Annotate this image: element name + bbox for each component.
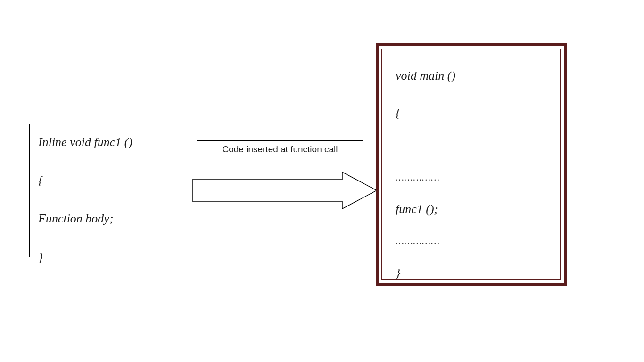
code-line: } [38,250,178,264]
code-line: } [396,265,547,280]
code-line: void main () [396,68,547,83]
code-line: Inline void func1 () [38,135,178,149]
svg-marker-0 [192,172,377,209]
code-line: { [396,106,547,120]
code-line: func1 (); [396,202,547,216]
diagram-canvas: Inline void func1 () { Function body; } … [0,0,644,362]
main-function-inner: void main () { …………… func1 (); …………… } [381,49,561,280]
ellipsis-line: …………… [396,172,547,183]
arrow-label-text: Code inserted at function call [222,144,338,155]
ellipsis-line: …………… [396,236,547,247]
main-function-box: void main () { …………… func1 (); …………… } [376,43,567,286]
arrow-label-box: Code inserted at function call [197,140,363,158]
code-line: Function body; [38,211,178,226]
arrow-right-icon [191,171,378,210]
code-line: { [38,173,178,188]
inline-function-box: Inline void func1 () { Function body; } [29,124,187,257]
